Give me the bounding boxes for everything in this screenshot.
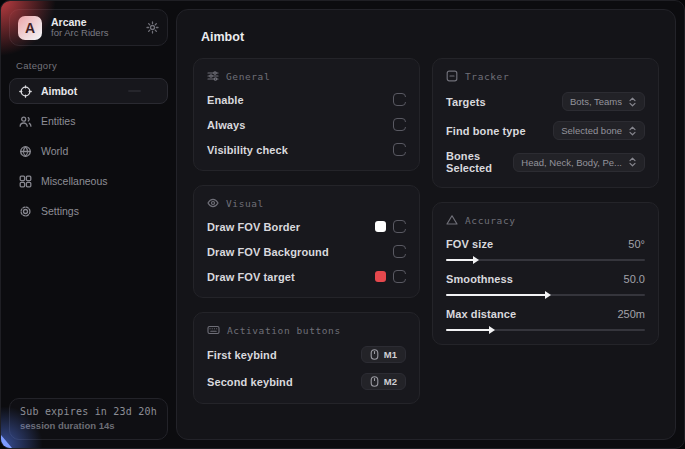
chevrons-up-down-icon	[628, 97, 637, 107]
sidebar-item-label: Settings	[41, 205, 79, 217]
grid-icon	[19, 175, 32, 188]
brand-subtitle: for Arc Riders	[51, 28, 137, 39]
eye-icon	[207, 197, 219, 209]
fov-target-color-swatch[interactable]	[375, 271, 386, 282]
gear-icon	[19, 205, 32, 218]
card-title: Accuracy	[465, 215, 516, 226]
gear-icon[interactable]	[146, 21, 159, 34]
sidebar-item-label: Miscellaneous	[41, 175, 108, 187]
setting-row: Bones Selected Head, Neck, Body, Pe...	[446, 150, 645, 174]
chevrons-up-down-icon	[628, 126, 637, 136]
slider-thumb[interactable]	[473, 256, 479, 264]
keybind-hint-dash	[128, 90, 141, 92]
globe-icon	[19, 145, 32, 158]
general-card: General Enable Always Visibility check	[193, 58, 420, 171]
sidebar-item-aimbot[interactable]: Aimbot	[9, 78, 168, 104]
slider-thumb[interactable]	[489, 326, 495, 334]
setting-row: Visibility check	[207, 142, 406, 157]
draw-fov-background-checkbox[interactable]	[393, 245, 406, 258]
mouse-icon	[370, 376, 379, 387]
keyboard-icon	[207, 324, 220, 336]
mouse-cursor	[1, 435, 12, 448]
setting-row: Smoothness 50.0	[446, 273, 645, 285]
setting-row: FOV size 50°	[446, 238, 645, 250]
sliders-icon	[207, 70, 219, 82]
max-distance-value: 250m	[617, 308, 645, 320]
accuracy-card: Accuracy FOV size 50° Smoothness 50.0	[432, 202, 659, 345]
setting-row: Always	[207, 117, 406, 132]
draw-fov-border-checkbox[interactable]	[393, 220, 406, 233]
card-title: General	[226, 71, 270, 82]
setting-row: Draw FOV Border	[207, 219, 406, 234]
setting-row: Max distance 250m	[446, 308, 645, 320]
brand-card: A Arcane for Arc Riders	[9, 9, 168, 46]
category-label: Category	[16, 60, 168, 71]
chevrons-up-down-icon	[628, 157, 637, 167]
sidebar-item-label: Entities	[41, 115, 75, 127]
sidebar-item-miscellaneous[interactable]: Miscellaneous	[9, 168, 168, 194]
mouse-icon	[370, 349, 379, 360]
page-title: Aimbot	[201, 30, 659, 44]
slider-thumb[interactable]	[545, 291, 551, 299]
subscription-info: Sub expires in 23d 20h session duration …	[9, 398, 168, 440]
sidebar-item-settings[interactable]: Settings	[9, 198, 168, 224]
smoothness-value: 50.0	[624, 273, 645, 285]
setting-row: Find bone type Selected bone	[446, 121, 645, 140]
sidebar-item-label: Aimbot	[41, 85, 77, 97]
crosshair-icon	[19, 85, 32, 98]
fov-size-value: 50°	[628, 238, 645, 250]
setting-row: Targets Bots, Teams	[446, 92, 645, 111]
sidebar: A Arcane for Arc Riders Category	[1, 1, 176, 448]
sidebar-item-entities[interactable]: Entities	[9, 108, 168, 134]
users-icon	[19, 115, 32, 128]
sidebar-item-label: World	[41, 145, 68, 157]
find-bone-type-dropdown[interactable]: Selected bone	[553, 121, 645, 140]
card-title: Visual	[226, 198, 264, 209]
right-column: Tracker Targets Bots, Teams	[432, 58, 659, 345]
app-logo: A	[18, 16, 42, 40]
triangle-icon	[446, 214, 458, 226]
setting-row: Draw FOV Background	[207, 244, 406, 259]
sidebar-nav: Aimbot Entities	[9, 78, 168, 224]
max-distance-slider[interactable]	[446, 329, 645, 331]
sub-expiry-text: Sub expires in 23d 20h	[20, 406, 157, 417]
smoothness-slider[interactable]	[446, 294, 645, 296]
enable-checkbox[interactable]	[393, 93, 406, 106]
bones-selected-dropdown[interactable]: Head, Neck, Body, Pe...	[513, 153, 645, 172]
setting-row: Enable	[207, 92, 406, 107]
fov-size-slider[interactable]	[446, 259, 645, 261]
app-window: A Arcane for Arc Riders Category	[0, 0, 685, 449]
draw-fov-target-checkbox[interactable]	[393, 270, 406, 283]
visual-card: Visual Draw FOV Border Draw FOV Backgrou…	[193, 185, 420, 298]
first-keybind-button[interactable]: M1	[361, 346, 406, 363]
setting-row: Draw FOV target	[207, 269, 406, 284]
left-column: General Enable Always Visibility check	[193, 58, 420, 404]
fov-border-color-swatch[interactable]	[375, 221, 386, 232]
activation-card: Activation buttons First keybind M1	[193, 312, 420, 404]
setting-row: Second keybind M2	[207, 373, 406, 390]
tracker-card: Tracker Targets Bots, Teams	[432, 58, 659, 188]
square-minus-icon	[446, 70, 458, 82]
always-checkbox[interactable]	[393, 118, 406, 131]
session-duration-text: session duration 14s	[20, 420, 157, 431]
card-title: Tracker	[465, 71, 509, 82]
main-panel: Aimbot General Enable	[176, 9, 676, 440]
card-title: Activation buttons	[227, 325, 341, 336]
targets-dropdown[interactable]: Bots, Teams	[562, 92, 645, 111]
second-keybind-button[interactable]: M2	[361, 373, 406, 390]
setting-row: First keybind M1	[207, 346, 406, 363]
visibility-check-checkbox[interactable]	[393, 143, 406, 156]
sidebar-item-world[interactable]: World	[9, 138, 168, 164]
